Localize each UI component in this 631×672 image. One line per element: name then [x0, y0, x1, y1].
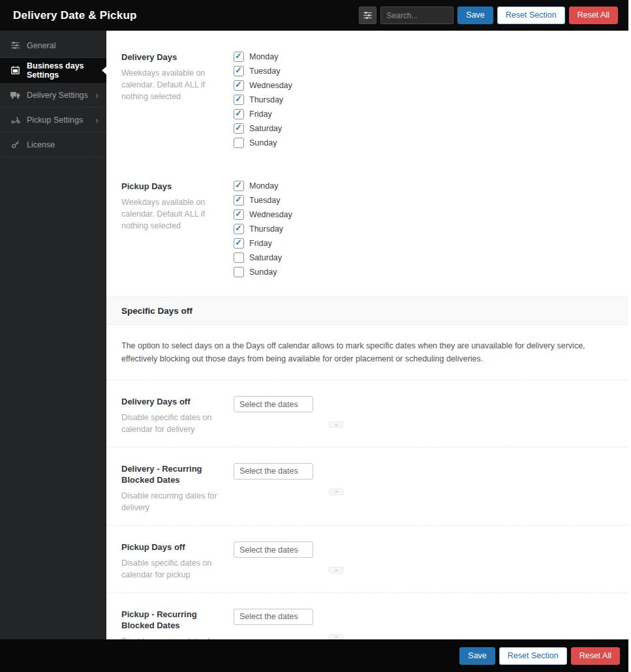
- checkbox-label: Monday: [249, 52, 278, 61]
- save-button[interactable]: Save: [457, 7, 493, 24]
- reset-section-button-footer[interactable]: Reset Section: [499, 647, 567, 665]
- pickup-day-monday[interactable]: Monday: [234, 181, 613, 191]
- field-label: Pickup - Recurring Blocked Dates: [121, 609, 227, 632]
- chevron-right-icon: ›: [95, 115, 99, 125]
- delivery-days-off-input[interactable]: [234, 396, 313, 412]
- field-label: Pickup Days off: [121, 542, 227, 553]
- settings-content: Delivery Days Weekdays available on cale…: [106, 31, 628, 639]
- truck-icon: [10, 91, 21, 99]
- checkbox[interactable]: [234, 181, 244, 191]
- delivery-recurring-input[interactable]: [234, 463, 313, 480]
- checkbox-label: Tuesday: [249, 67, 280, 76]
- field-description: Disable specific dates on calendar for p…: [121, 557, 227, 581]
- dates-pill: [329, 567, 343, 573]
- pickup-day-sunday[interactable]: Sunday: [234, 267, 613, 277]
- reset-all-button[interactable]: Reset All: [569, 7, 618, 24]
- sidebar-item-pickup-settings[interactable]: Pickup Settings ›: [0, 108, 106, 132]
- key-icon: [10, 140, 21, 149]
- pickup-days-row: Pickup Days Weekdays available on calend…: [106, 165, 628, 297]
- checkbox-label: Monday: [249, 181, 278, 191]
- sidebar-item-label: General: [27, 41, 55, 50]
- pickup-day-wednesday[interactable]: Wednesday: [234, 209, 613, 220]
- section-description-row: The option to select days on a the Days …: [106, 325, 628, 380]
- pickup-day-tuesday[interactable]: Tuesday: [234, 195, 613, 206]
- sliders-icon: [363, 10, 372, 22]
- checkbox-label: Wednesday: [249, 210, 292, 219]
- delivery-day-saturday[interactable]: Saturday: [234, 123, 613, 134]
- reset-all-button-footer[interactable]: Reset All: [571, 647, 620, 665]
- field-label: Delivery Days off: [121, 396, 227, 408]
- dates-pill: [329, 634, 343, 639]
- checkbox[interactable]: [234, 95, 244, 105]
- checkbox-label: Thursday: [249, 224, 283, 234]
- checkbox[interactable]: [234, 252, 244, 263]
- checkbox[interactable]: [234, 123, 244, 134]
- save-button-footer[interactable]: Save: [459, 647, 495, 665]
- checkbox[interactable]: [234, 138, 244, 148]
- checkbox[interactable]: [234, 66, 244, 76]
- delivery-days-off-row: Delivery Days off Disable specific dates…: [106, 380, 628, 448]
- header-actions: Save Reset Section Reset All: [359, 7, 618, 24]
- settings-sidebar: General Business days Settings Delivery …: [0, 31, 106, 639]
- pickup-day-friday[interactable]: Friday: [234, 238, 613, 249]
- dates-pill: [329, 421, 343, 428]
- page-title: Delivery Date & Pickup: [13, 9, 137, 22]
- footer-bar: Save Reset Section Reset All: [0, 639, 628, 672]
- field-description: Disable specific dates on calendar for d…: [121, 412, 227, 435]
- delivery-recurring-blocked-dates-row: Delivery - Recurring Blocked Dates Disab…: [106, 448, 628, 526]
- sidebar-item-delivery-settings[interactable]: Delivery Settings ›: [0, 83, 106, 108]
- sidebar-item-label: License: [27, 140, 55, 149]
- checkbox-label: Wednesday: [249, 81, 292, 90]
- scooter-icon: [10, 115, 21, 124]
- pickup-days-off-row: Pickup Days off Disable specific dates o…: [106, 526, 628, 593]
- delivery-day-friday[interactable]: Friday: [234, 109, 613, 119]
- section-description: The option to select days on a the Days …: [121, 339, 613, 365]
- sliders-icon: [10, 42, 21, 49]
- checkbox[interactable]: [234, 195, 244, 206]
- sidebar-item-label: Business days Settings: [27, 61, 99, 80]
- pickup-day-thursday[interactable]: Thursday: [234, 224, 613, 234]
- pickup-recurring-blocked-dates-row: Pickup - Recurring Blocked Dates Disable…: [106, 593, 628, 639]
- search-input[interactable]: [380, 7, 454, 24]
- delivery-day-sunday[interactable]: Sunday: [234, 138, 613, 148]
- checkbox[interactable]: [234, 209, 244, 220]
- plugin-settings-page: Delivery Date & Pickup Save Reset Sectio…: [0, 0, 628, 672]
- section-title: Specific Days off: [106, 297, 628, 325]
- field-description: Disable recurring dates for delivery: [121, 490, 227, 513]
- checkbox-label: Friday: [249, 110, 272, 119]
- delivery-day-tuesday[interactable]: Tuesday: [234, 66, 613, 76]
- field-label: Delivery Days: [121, 52, 227, 63]
- sidebar-item-general[interactable]: General: [0, 33, 106, 58]
- sidebar-item-license[interactable]: License: [0, 132, 106, 157]
- checkbox-label: Sunday: [249, 138, 277, 147]
- checkbox-label: Friday: [249, 239, 272, 248]
- checkbox[interactable]: [234, 267, 244, 277]
- delivery-day-monday[interactable]: Monday: [234, 52, 613, 62]
- field-description: Weekdays available on calendar. Default …: [121, 196, 227, 232]
- header-bar: Delivery Date & Pickup Save Reset Sectio…: [0, 0, 628, 31]
- expand-sections-button[interactable]: [359, 7, 377, 24]
- pickup-days-off-input[interactable]: [234, 542, 313, 558]
- pickup-recurring-input[interactable]: [234, 609, 313, 625]
- delivery-days-checkbox-group: Monday Tuesday Wednesday Thursday Friday…: [234, 52, 613, 152]
- pickup-day-saturday[interactable]: Saturday: [234, 252, 613, 263]
- delivery-day-thursday[interactable]: Thursday: [234, 95, 613, 105]
- delivery-days-row: Delivery Days Weekdays available on cale…: [106, 31, 628, 165]
- reset-section-button[interactable]: Reset Section: [497, 7, 565, 24]
- delivery-day-wednesday[interactable]: Wednesday: [234, 80, 613, 91]
- field-label: Pickup Days: [121, 181, 227, 192]
- checkbox[interactable]: [234, 80, 244, 91]
- checkbox-label: Thursday: [249, 95, 283, 104]
- calendar-icon: [10, 66, 21, 74]
- checkbox[interactable]: [234, 238, 244, 249]
- field-label: Delivery - Recurring Blocked Dates: [121, 463, 227, 486]
- checkbox-label: Saturday: [249, 124, 282, 133]
- checkbox[interactable]: [234, 52, 244, 62]
- checkbox[interactable]: [234, 224, 244, 234]
- checkbox-label: Tuesday: [249, 196, 280, 205]
- pickup-days-checkbox-group: Monday Tuesday Wednesday Thursday Friday…: [234, 181, 613, 281]
- checkbox-label: Saturday: [249, 253, 282, 262]
- sidebar-item-business-days-settings[interactable]: Business days Settings: [0, 58, 106, 83]
- checkbox[interactable]: [234, 109, 244, 119]
- checkbox-label: Sunday: [249, 267, 277, 277]
